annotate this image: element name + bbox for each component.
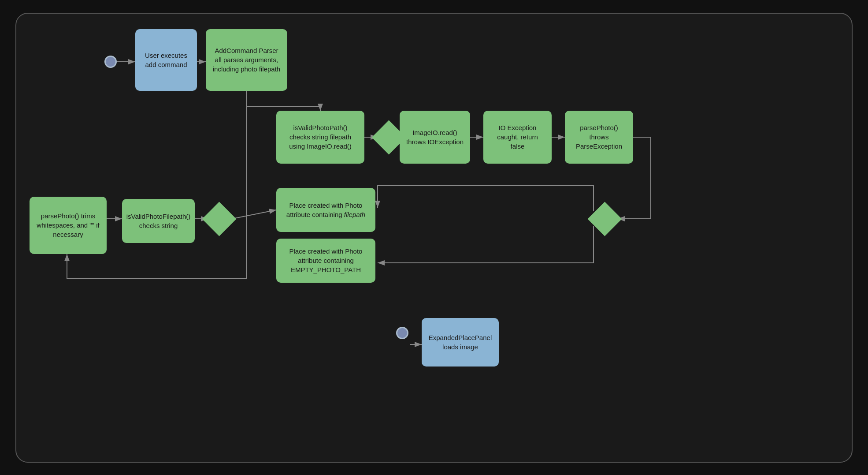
node-place-created-filepath: Place created with Photo attribute conta… bbox=[276, 188, 375, 232]
node-parse-photo-throws: parsePhoto() throws ParseException bbox=[565, 111, 633, 164]
node-place-created-empty: Place created with Photo attribute conta… bbox=[276, 239, 375, 283]
diamond-2 bbox=[202, 202, 237, 236]
node-io-exception-caught: IO Exception caught, return false bbox=[483, 111, 552, 164]
diamond-3 bbox=[588, 202, 622, 236]
node-imageio-throws: ImageIO.read() throws IOException bbox=[400, 111, 470, 164]
end-circle bbox=[396, 327, 408, 339]
node-add-command-parser: AddCommand Parser all parses arguments, … bbox=[206, 29, 287, 91]
node-user-executes: User executes add command bbox=[135, 29, 197, 91]
node-parse-photo-trims: parsePhoto() trims whitespaces, and "" i… bbox=[30, 197, 107, 254]
diagram-container: User executes add command AddCommand Par… bbox=[15, 13, 853, 463]
start-circle bbox=[104, 56, 117, 68]
svg-line-9 bbox=[232, 210, 276, 219]
node-is-valid-filepath: isValidPhotoFilepath() checks string bbox=[122, 199, 195, 243]
node-is-valid-photo-path: isValidPhotoPath() checks string filepat… bbox=[276, 111, 364, 164]
node-expanded-place-panel: ExpandedPlacePanel loads image bbox=[422, 318, 499, 367]
